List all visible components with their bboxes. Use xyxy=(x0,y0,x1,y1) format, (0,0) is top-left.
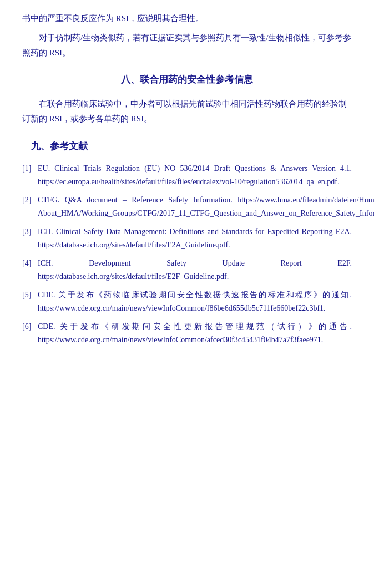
ref-text: EU. Clinical Trials Regulation (EU) NO 5… xyxy=(38,162,352,189)
ref-num: [1] xyxy=(22,162,38,176)
section9-heading: 九、参考文献 xyxy=(31,138,352,155)
ref-num: [4] xyxy=(22,257,38,271)
ref-text: ICH. Development Safety Update Report E2… xyxy=(38,257,352,284)
intro-para1-block: 对于仿制药/生物类似药，若有证据证实其与参照药具有一致性/生物相似性，可参考参照… xyxy=(22,31,352,60)
ref-text: CTFG. Q&A document – Reference Safety In… xyxy=(38,194,374,221)
section8-content: 在联合用药临床试验中，申办者可以根据先前试验中相同活性药物联合用药的经验制订新的… xyxy=(22,97,352,128)
ref-text: CDE. 关于发布《药物临床试验期间安全性数据快速报告的标准和程序》的通知. h… xyxy=(38,288,352,316)
ref-item: [6]CDE. 关于发布《研发期间安全性更新报告管理规范（试行）》的通告. ht… xyxy=(22,320,352,347)
reference-list: [1]EU. Clinical Trials Regulation (EU) N… xyxy=(22,162,352,347)
ref-item: [4]ICH. Development Safety Update Report… xyxy=(22,257,352,284)
ref-num: [6] xyxy=(22,320,38,334)
intro-line1: 书中的严重不良反应作为 RSI，应说明其合理性。 xyxy=(22,11,352,26)
ref-item: [1]EU. Clinical Trials Regulation (EU) N… xyxy=(22,162,352,189)
intro-line1-block: 书中的严重不良反应作为 RSI，应说明其合理性。 xyxy=(22,11,352,26)
ref-text: CDE. 关于发布《研发期间安全性更新报告管理规范（试行）》的通告. https… xyxy=(38,320,352,347)
ref-num: [5] xyxy=(22,288,38,302)
intro-para1: 对于仿制药/生物类似药，若有证据证实其与参照药具有一致性/生物相似性，可参考参照… xyxy=(22,31,352,60)
ref-item: [2]CTFG. Q&A document – Reference Safety… xyxy=(22,194,352,221)
ref-num: [3] xyxy=(22,225,38,239)
ref-item: [3]ICH. Clinical Safety Data Management:… xyxy=(22,225,352,252)
ref-num: [2] xyxy=(22,194,38,207)
ref-text: ICH. Clinical Safety Data Management: De… xyxy=(38,225,352,252)
ref-item: [5]CDE. 关于发布《药物临床试验期间安全性数据快速报告的标准和程序》的通知… xyxy=(22,288,352,316)
section8-heading: 八、联合用药的安全性参考信息 xyxy=(22,72,352,89)
